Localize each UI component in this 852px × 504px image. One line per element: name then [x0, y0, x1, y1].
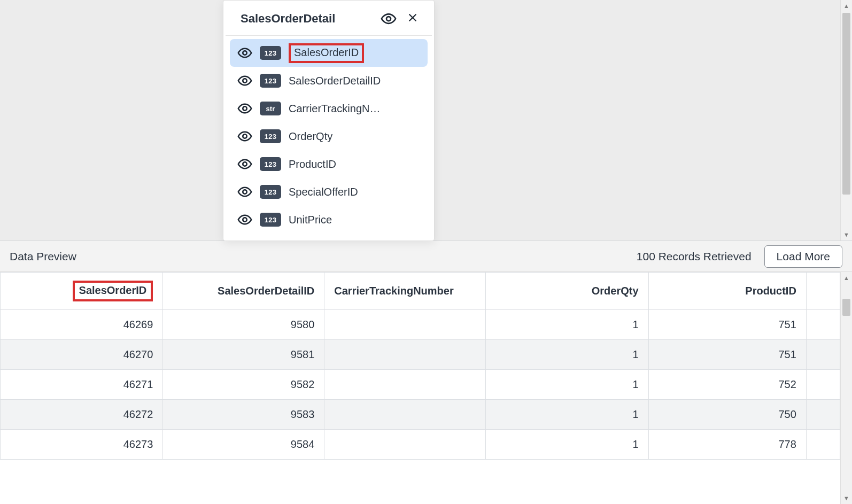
scroll-up-icon[interactable]: ▲ — [841, 0, 853, 12]
popup-title: SalesOrderDetail — [241, 12, 335, 26]
panel-title: Data Preview — [10, 250, 76, 263]
field-name-highlight: SalesOrderID — [289, 43, 364, 63]
cell[interactable] — [324, 430, 486, 460]
visibility-icon[interactable] — [237, 212, 252, 227]
table-row[interactable]: 46270 9581 1 751 — [1, 340, 840, 370]
svg-point-0 — [386, 17, 391, 21]
field-row-specialofferid[interactable]: 123 SpecialOfferID — [230, 178, 428, 206]
close-icon[interactable] — [405, 10, 420, 27]
cell[interactable]: 1 — [486, 430, 648, 460]
cell[interactable]: 46270 — [1, 340, 163, 370]
records-retrieved-text: 100 Records Retrieved — [637, 250, 752, 263]
field-row-orderqty[interactable]: 123 OrderQty — [230, 122, 428, 150]
query-canvas[interactable]: SalesOrderDetail 123 SalesOrderID — [0, 0, 852, 241]
svg-point-5 — [243, 106, 246, 110]
scroll-track[interactable] — [841, 12, 852, 229]
svg-point-6 — [243, 134, 246, 138]
type-badge: 123 — [260, 213, 281, 227]
table-row[interactable]: 46271 9582 1 752 — [1, 370, 840, 400]
cell[interactable]: 752 — [648, 370, 806, 400]
cell[interactable]: 778 — [648, 430, 806, 460]
visibility-toggle-all-icon[interactable] — [381, 11, 397, 27]
table-row[interactable]: 46272 9583 1 750 — [1, 400, 840, 430]
field-row-carriertrackingnumber[interactable]: str CarrierTrackingN… — [230, 95, 428, 122]
cell[interactable] — [324, 370, 486, 400]
field-name-label: CarrierTrackingN… — [289, 103, 381, 115]
visibility-icon[interactable] — [237, 45, 252, 60]
data-preview-panel: Data Preview 100 Records Retrieved Load … — [0, 241, 852, 504]
cell[interactable] — [324, 310, 486, 340]
svg-point-4 — [243, 79, 246, 82]
col-header-salesorderdetailid[interactable]: SalesOrderDetailID — [163, 273, 324, 310]
field-picker-popup: SalesOrderDetail 123 SalesOrderID — [223, 0, 435, 241]
field-row-productid[interactable]: 123 ProductID — [230, 150, 428, 178]
cell — [806, 310, 840, 340]
cell[interactable]: 9582 — [163, 370, 324, 400]
field-name-label: SalesOrderDetailID — [289, 75, 381, 87]
col-header-salesorderid[interactable]: SalesOrderID — [1, 273, 163, 310]
col-header-carriertrackingnumber[interactable]: CarrierTrackingNumber — [324, 273, 486, 310]
cell[interactable]: 9580 — [163, 310, 324, 340]
svg-point-3 — [243, 51, 246, 55]
cell[interactable]: 46272 — [1, 400, 163, 430]
cell[interactable] — [324, 400, 486, 430]
scroll-down-icon[interactable]: ▼ — [841, 229, 853, 241]
cell[interactable]: 751 — [648, 340, 806, 370]
header-row: SalesOrderID SalesOrderDetailID CarrierT… — [1, 273, 840, 310]
scroll-track[interactable] — [841, 284, 852, 492]
canvas-v-scrollbar[interactable]: ▲ ▼ — [840, 0, 852, 241]
cell — [806, 370, 840, 400]
cell[interactable]: 46271 — [1, 370, 163, 400]
visibility-icon[interactable] — [237, 73, 252, 88]
col-header-productid[interactable]: ProductID — [648, 273, 806, 310]
cell[interactable]: 1 — [486, 400, 648, 430]
preview-grid: SalesOrderID SalesOrderDetailID CarrierT… — [0, 272, 840, 504]
field-row-unitprice[interactable]: 123 UnitPrice — [230, 206, 428, 234]
cell[interactable]: 46273 — [1, 430, 163, 460]
cell[interactable] — [324, 340, 486, 370]
cell — [806, 400, 840, 430]
cell — [806, 340, 840, 370]
cell[interactable]: 46269 — [1, 310, 163, 340]
visibility-icon[interactable] — [237, 129, 252, 144]
visibility-icon[interactable] — [237, 184, 252, 199]
field-name-label: OrderQty — [289, 130, 332, 143]
scroll-down-icon[interactable]: ▼ — [841, 492, 853, 504]
scroll-thumb[interactable] — [842, 13, 850, 195]
scroll-thumb[interactable] — [842, 299, 850, 316]
field-list: 123 SalesOrderID 123 SalesOrderDetailID … — [223, 36, 434, 234]
type-badge: 123 — [260, 74, 281, 88]
col-header-highlight: SalesOrderID — [73, 281, 153, 301]
grid-v-scrollbar[interactable]: ▲ ▼ — [840, 272, 852, 504]
panel-header: Data Preview 100 Records Retrieved Load … — [0, 241, 852, 272]
cell[interactable]: 1 — [486, 340, 648, 370]
type-badge: 123 — [260, 185, 281, 199]
cell[interactable]: 751 — [648, 310, 806, 340]
load-more-button[interactable]: Load More — [764, 245, 842, 268]
col-header-orderqty[interactable]: OrderQty — [486, 273, 648, 310]
table-row[interactable]: 46269 9580 1 751 — [1, 310, 840, 340]
col-header-label: OrderQty — [592, 285, 639, 297]
field-name-label: ProductID — [289, 158, 336, 170]
field-row-salesorderdetailid[interactable]: 123 SalesOrderDetailID — [230, 67, 428, 95]
cell — [806, 430, 840, 460]
cell[interactable]: 750 — [648, 400, 806, 430]
scroll-up-icon[interactable]: ▲ — [841, 272, 853, 284]
field-row-salesorderid[interactable]: 123 SalesOrderID — [230, 39, 428, 67]
cell[interactable]: 9581 — [163, 340, 324, 370]
cell[interactable]: 9584 — [163, 430, 324, 460]
visibility-icon[interactable] — [237, 101, 252, 116]
cell[interactable]: 9583 — [163, 400, 324, 430]
col-header-label: ProductID — [745, 285, 796, 297]
col-header-extra — [806, 273, 840, 310]
field-name-label: SpecialOfferID — [289, 186, 358, 198]
field-name-label: UnitPrice — [289, 214, 332, 226]
col-header-label: CarrierTrackingNumber — [334, 285, 453, 297]
table-row[interactable]: 46273 9584 1 778 — [1, 430, 840, 460]
col-header-label: SalesOrderID — [79, 284, 147, 296]
type-badge: str — [260, 102, 281, 115]
svg-point-7 — [243, 162, 246, 166]
cell[interactable]: 1 — [486, 310, 648, 340]
cell[interactable]: 1 — [486, 370, 648, 400]
visibility-icon[interactable] — [237, 157, 252, 172]
